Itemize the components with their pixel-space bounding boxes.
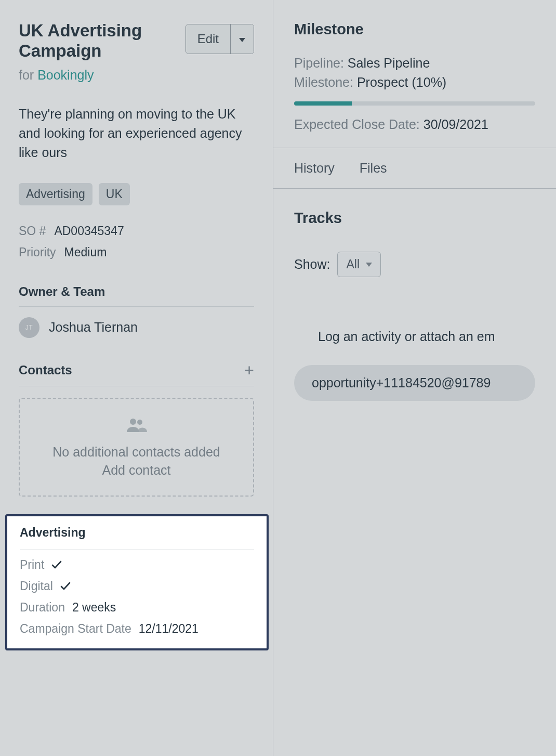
caret-down-icon bbox=[366, 263, 372, 267]
contacts-empty-message: No additional contacts added bbox=[30, 445, 243, 460]
tracks-heading: Tracks bbox=[294, 210, 535, 227]
milestone-panel: Milestone Pipeline: Sales Pipeline Miles… bbox=[273, 0, 556, 148]
tag-uk[interactable]: UK bbox=[99, 183, 130, 205]
check-icon bbox=[60, 579, 71, 593]
advertising-digital-row: Digital bbox=[20, 579, 254, 593]
advertising-card: Advertising Print Digital Duration 2 wee… bbox=[5, 514, 269, 650]
svg-point-0 bbox=[130, 419, 136, 425]
pipeline-line: Pipeline: Sales Pipeline bbox=[294, 56, 535, 71]
so-number-row: SO # AD00345347 bbox=[19, 224, 254, 238]
activity-tabs: History Files bbox=[273, 148, 556, 189]
chevron-down-icon bbox=[239, 38, 245, 42]
milestone-heading: Milestone bbox=[294, 21, 535, 38]
tracks-show-label: Show: bbox=[294, 257, 330, 272]
svg-point-1 bbox=[137, 420, 142, 425]
edit-dropdown-button[interactable] bbox=[230, 24, 254, 54]
owner-name: Joshua Tiernan bbox=[49, 320, 138, 335]
advertising-heading: Advertising bbox=[20, 526, 254, 540]
priority-row: Priority Medium bbox=[19, 245, 254, 259]
milestone-progress-bar bbox=[294, 101, 352, 106]
add-contact-link[interactable]: Add contact bbox=[30, 463, 243, 478]
owner-row[interactable]: JT Joshua Tiernan bbox=[19, 317, 254, 338]
log-activity-prompt[interactable]: Log an activity or attach an em bbox=[294, 329, 535, 344]
add-contact-plus-icon[interactable]: + bbox=[244, 362, 254, 379]
organisation-link[interactable]: Bookingly bbox=[37, 68, 94, 82]
edit-button[interactable]: Edit bbox=[186, 24, 230, 54]
for-organisation: for Bookingly bbox=[19, 68, 254, 83]
tag-advertising[interactable]: Advertising bbox=[19, 183, 92, 205]
tracks-show-select[interactable]: All bbox=[337, 252, 381, 277]
opportunity-email-pill[interactable]: opportunity+11184520@91789 bbox=[294, 365, 535, 401]
avatar: JT bbox=[19, 317, 39, 338]
tab-files[interactable]: Files bbox=[360, 161, 387, 176]
advertising-print-row: Print bbox=[20, 558, 254, 572]
edit-button-group: Edit bbox=[186, 24, 254, 54]
contacts-heading: Contacts bbox=[19, 363, 72, 377]
check-icon bbox=[51, 558, 62, 572]
opportunity-title: UK Advertising Campaign bbox=[19, 21, 175, 61]
milestone-line: Milestone: Prospect (10%) bbox=[294, 75, 535, 90]
advertising-start-date-row: Campaign Start Date 12/11/2021 bbox=[20, 622, 254, 636]
expected-close-line: Expected Close Date: 30/09/2021 bbox=[294, 117, 535, 132]
people-icon bbox=[30, 418, 243, 435]
owner-team-heading: Owner & Team bbox=[19, 284, 254, 299]
contacts-empty-box: No additional contacts added Add contact bbox=[19, 398, 254, 497]
milestone-progress bbox=[294, 101, 535, 106]
tab-history[interactable]: History bbox=[294, 161, 335, 176]
advertising-duration-row: Duration 2 weeks bbox=[20, 601, 254, 615]
opportunity-description: They're planning on moving to the UK and… bbox=[19, 105, 254, 162]
